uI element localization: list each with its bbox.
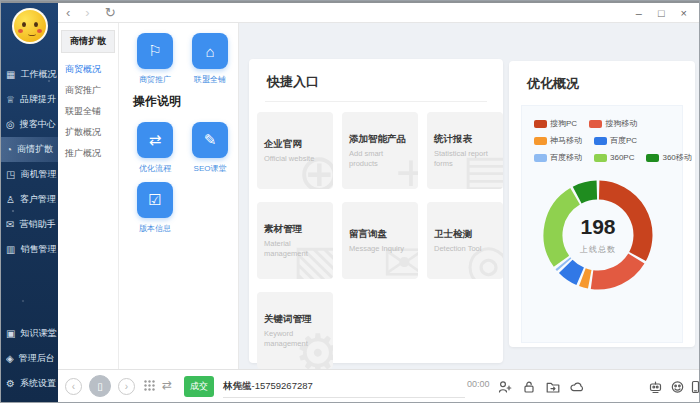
- sidebar-item-customer[interactable]: ♙客户管理: [1, 187, 58, 212]
- sidebar-spacer: [1, 262, 58, 321]
- sidebar-item-label: 搜客中心: [20, 118, 56, 131]
- sidebar-item-admin[interactable]: ◈管理后台: [1, 346, 58, 371]
- donut-segment-神马移动: [582, 277, 589, 279]
- legend-row: 百度移动360PC360移动: [534, 152, 682, 163]
- submenu-item[interactable]: 联盟全铺: [58, 101, 118, 122]
- sidebar-item-label: 营销助手: [19, 218, 55, 231]
- avatar-eye: [34, 22, 38, 27]
- legend-swatch: [646, 154, 659, 162]
- tool-tile-seo-class[interactable]: ✎SEO课堂: [188, 122, 232, 174]
- deal-status-badge[interactable]: 成交: [184, 376, 214, 397]
- back-icon[interactable]: ‹: [66, 4, 70, 22]
- contact-phone: 林倬城-15759267287: [223, 380, 313, 393]
- optimize-panel: 搜狗PC搜狗移动神马移动百度PC百度移动360PC360移动 198 上线总数: [521, 105, 683, 343]
- loop-icon[interactable]: ⇄: [162, 378, 172, 392]
- sidebar-item-label: 知识课堂: [20, 327, 56, 340]
- close-button[interactable]: ×: [681, 4, 687, 22]
- window-top-border: [1, 1, 699, 3]
- avatar-mouth: [28, 32, 36, 36]
- legend-swatch: [534, 120, 547, 128]
- legend-swatch: [594, 137, 607, 145]
- quick-card-subtitle: Official website: [264, 154, 326, 164]
- quick-card-message[interactable]: ✉留言询盘Message Inquiry: [342, 202, 418, 279]
- trade-promo-icon: ⚐: [137, 33, 173, 69]
- titlebar: ‹ › ↻ – □ ×: [58, 3, 699, 23]
- quick-card-title: 卫士检测: [434, 228, 496, 241]
- forward-icon[interactable]: ›: [85, 4, 89, 22]
- window-controls: – □ ×: [636, 4, 699, 22]
- legend-swatch: [534, 154, 547, 162]
- tiles-bottom: ☑版本信息: [133, 182, 238, 234]
- submenu-item[interactable]: 商贸概况: [58, 59, 118, 80]
- quick-card-website[interactable]: ⊕企业官网Official website: [257, 112, 333, 189]
- bottom-bar: ‹ ▯ › ⇄ 成交 林先生林倬城-15759267287 00:00: [58, 369, 699, 402]
- search-center-icon: ◎: [6, 119, 15, 130]
- legend-label: 神马移动: [550, 135, 582, 146]
- dial-button[interactable]: ▯: [89, 375, 111, 397]
- optimize-flow-icon: ⇄: [137, 122, 173, 158]
- optimize-title: 优化概况: [527, 75, 695, 93]
- tiles-top: ⚐商贸推广⌂联盟全铺: [133, 33, 238, 85]
- sidebar-item-work-overview[interactable]: ▦工作概况: [1, 62, 58, 87]
- tool-tile-version-info[interactable]: ☑版本信息: [133, 182, 177, 234]
- quick-card-keyword[interactable]: ⚙关键词管理Keyword management: [257, 292, 333, 369]
- main-content: 快捷入口 ⊕企业官网Official website+添加智能产品Add sma…: [240, 23, 699, 369]
- quick-card-subtitle: Material management: [264, 239, 326, 259]
- submenu-header: 商情扩散: [61, 30, 115, 53]
- quick-entry-grid: ⊕企业官网Official website+添加智能产品Add smart pr…: [257, 112, 503, 369]
- quick-card-title: 企业官网: [264, 138, 326, 151]
- quick-card-report[interactable]: ▤统计报表Statistical report forms: [427, 112, 503, 189]
- sidebar-item-brand[interactable]: ♕品牌提升: [1, 87, 58, 112]
- sidebar-item-label: 销售管理: [20, 243, 56, 256]
- tool-tile-trade-promo[interactable]: ⚐商贸推广: [133, 33, 177, 85]
- donut-segment-百度移动: [563, 263, 564, 264]
- legend-swatch: [589, 120, 602, 128]
- quick-card-material[interactable]: ▧素材管理Material management: [257, 202, 333, 279]
- tool-tile-optimize-flow[interactable]: ⇄优化流程: [133, 122, 177, 174]
- opportunity-icon: ◳: [6, 169, 15, 180]
- sidebar-item-settings[interactable]: ⚙系统设置: [1, 371, 58, 396]
- legend-label: 360移动: [662, 152, 691, 163]
- avatar[interactable]: [12, 8, 48, 44]
- quick-card-title: 添加智能产品: [349, 133, 411, 146]
- submenu-item[interactable]: 扩散概况: [58, 122, 118, 143]
- quick-card-subtitle: Statistical report forms: [434, 149, 496, 169]
- sales-icon: ▥: [6, 244, 15, 255]
- legend-label: 百度PC: [610, 135, 637, 146]
- sidebar-item-label: 管理后台: [19, 352, 55, 365]
- call-next-button[interactable]: ›: [118, 378, 135, 395]
- brand-icon: ♕: [6, 94, 15, 105]
- sidebar-item-promotion[interactable]: ◔商情扩散: [1, 137, 58, 162]
- refresh-icon[interactable]: ↻: [105, 4, 116, 22]
- quick-card-detection[interactable]: ◎卫士检测Detection Tool: [427, 202, 503, 279]
- tool-tile-label: 联盟全铺: [194, 74, 226, 85]
- donut-chart: 198 上线总数: [532, 169, 664, 301]
- legend-row: 搜狗PC搜狗移动: [534, 118, 682, 129]
- maximize-button[interactable]: □: [658, 4, 665, 22]
- call-prev-button[interactable]: ‹: [65, 378, 82, 395]
- tool-tile-alliance-shop[interactable]: ⌂联盟全铺: [188, 33, 232, 85]
- sidebar-item-opportunity[interactable]: ◳商机管理: [1, 162, 58, 187]
- donut-segment-搜狗PC: [599, 190, 643, 256]
- sidebar-item-label: 商情扩散: [17, 143, 53, 156]
- legend-swatch: [534, 137, 547, 145]
- sidebar-item-sales[interactable]: ▥销售管理: [1, 237, 58, 262]
- tool-tile-label: 商贸推广: [139, 74, 171, 85]
- call-progress-line: [223, 397, 465, 398]
- settings-icon: ⚙: [6, 378, 15, 389]
- quick-card-subtitle: Detection Tool: [434, 244, 496, 254]
- sidebar-item-search-center[interactable]: ◎搜客中心: [1, 112, 58, 137]
- chart-legend: 搜狗PC搜狗移动神马移动百度PC百度移动360PC360移动: [522, 106, 682, 163]
- quick-card-product[interactable]: +添加智能产品Add smart products: [342, 112, 418, 189]
- submenu-item[interactable]: 推广概况: [58, 143, 118, 164]
- sidebar-item-knowledge[interactable]: ▣知识课堂: [1, 321, 58, 346]
- quick-card-title: 素材管理: [264, 223, 326, 236]
- sidebar-item-label: 工作概况: [20, 68, 56, 81]
- minimize-button[interactable]: –: [636, 4, 642, 22]
- quick-card-title: 关键词管理: [264, 313, 326, 326]
- submenu-item[interactable]: 商贸推广: [58, 80, 118, 101]
- quick-card-title: 留言询盘: [349, 228, 411, 241]
- sidebar-item-marketing[interactable]: ✉营销助手: [1, 212, 58, 237]
- avatar-cheek: [37, 29, 42, 33]
- legend-item: 神马移动: [534, 135, 582, 146]
